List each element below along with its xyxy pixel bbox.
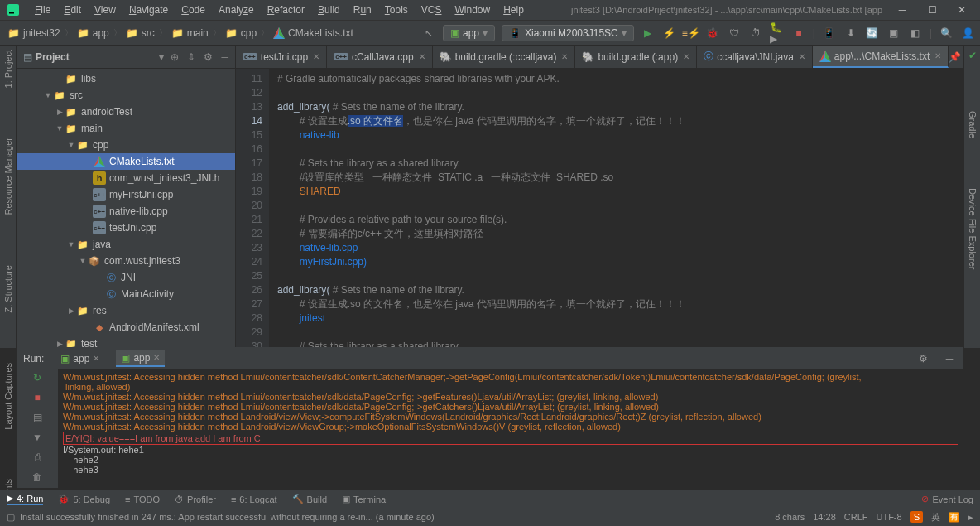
tree-item[interactable]: 📁libs (17, 70, 235, 87)
tree-item[interactable]: ⓒMainActivity (17, 286, 235, 302)
user-icon[interactable]: 👤 (960, 26, 975, 41)
status-icon[interactable]: ▢ (7, 512, 15, 523)
filter-icon[interactable]: ▼ (30, 432, 45, 443)
editor-tab[interactable]: c++testJni.cpp✕ (236, 46, 327, 68)
menu-help[interactable]: Help (497, 4, 531, 16)
project-tree[interactable]: 📁libs▼📁src▶📁androidTest▼📁main▼📁cppCMakeL… (17, 69, 235, 348)
editor-tab[interactable]: 🐘build.gradle (:app)✕ (575, 46, 697, 68)
tree-item[interactable]: ▼📁main (17, 120, 235, 137)
close-tab-icon[interactable]: ✕ (934, 51, 941, 60)
close-tab-icon[interactable]: ✕ (313, 52, 319, 61)
tw-terminal[interactable]: ▣ Terminal (342, 494, 388, 504)
editor-tab[interactable]: app\...\CMakeLists.txt✕ (813, 46, 949, 68)
close-tab-icon[interactable]: ✕ (799, 52, 805, 61)
run-icon[interactable]: ▶ (641, 26, 656, 41)
build-status-icon[interactable]: ✔ (968, 50, 977, 61)
apply-code-icon[interactable]: ≡⚡ (684, 26, 699, 41)
left-tab-project[interactable]: 1: Project (3, 50, 13, 88)
run-hide-icon[interactable]: ─ (942, 351, 957, 366)
hide-icon[interactable]: ─ (221, 51, 228, 63)
attach-debugger-icon[interactable]: 🐛▶ (770, 26, 785, 41)
back-icon[interactable]: ↖ (421, 26, 436, 41)
export-icon[interactable]: ⎙ (30, 451, 45, 463)
ime-lang[interactable]: 英 (931, 511, 940, 524)
menu-edit[interactable]: Edit (57, 4, 88, 16)
close-button[interactable]: ✕ (950, 4, 973, 16)
crumb-2[interactable]: 📁src (123, 27, 157, 39)
menu-code[interactable]: Code (175, 4, 212, 16)
tree-item[interactable]: hcom_wust_jnitest3_JNI.h (17, 170, 235, 186)
select-opened-icon[interactable]: ⊕ (171, 51, 179, 63)
ime-more[interactable]: ▸ (968, 512, 973, 523)
run-tab-0[interactable]: ▣app✕ (55, 351, 104, 366)
tree-item[interactable]: ⓒJNI (17, 269, 235, 286)
code[interactable]: # Gradle automatically packages shared l… (269, 69, 963, 348)
tree-item[interactable]: ▼📁cpp (17, 137, 235, 153)
editor-tab[interactable]: 🐘build.gradle (:ccalljava)✕ (433, 46, 576, 68)
stop-icon[interactable]: ■ (791, 26, 806, 41)
tree-item[interactable]: c++testJni.cpp (17, 220, 235, 236)
tree-item[interactable]: ◆AndroidManifest.xml (17, 319, 235, 335)
rerun-icon[interactable]: ↻ (30, 372, 45, 384)
settings-gear-icon[interactable]: ⚙ (204, 51, 213, 63)
tree-item[interactable]: c++native-lib.cpp (17, 203, 235, 220)
editor-tab[interactable]: ⓒccalljava\JNI.java✕ (697, 46, 813, 68)
menu-file[interactable]: File (28, 4, 57, 16)
run-settings-icon[interactable]: ⚙ (915, 351, 930, 366)
close-tab-icon[interactable]: ✕ (419, 52, 425, 61)
debug-icon[interactable]: 🐞 (705, 26, 720, 41)
right-tab-gradle[interactable]: Gradle (968, 111, 978, 138)
ime-punct[interactable]: 🈶 (949, 512, 960, 523)
tw-profiler[interactable]: ⏱ Profiler (175, 495, 216, 504)
maximize-button[interactable]: ☐ (920, 4, 944, 16)
resource-manager-icon[interactable]: ◧ (908, 26, 923, 41)
avd-manager-icon[interactable]: 📱 (822, 26, 837, 41)
menu-refactor[interactable]: Refactor (261, 4, 311, 16)
tree-item[interactable]: ▼📁java (17, 236, 235, 253)
tree-item[interactable]: ▼📁src (17, 87, 235, 104)
status-eol[interactable]: CRLF (844, 512, 868, 522)
run-tab-1[interactable]: ▣app✕ (116, 350, 165, 367)
menu-window[interactable]: Window (448, 4, 497, 16)
status-encoding[interactable]: UTF-8 (876, 512, 901, 522)
coverage-icon[interactable]: 🛡 (727, 26, 742, 41)
right-tab-device-explorer[interactable]: Device File Explorer (968, 188, 978, 269)
menu-navigate[interactable]: Navigate (122, 4, 175, 16)
crumb-1[interactable]: 📁app (74, 27, 112, 39)
pin-tab-icon[interactable]: 📌 (949, 51, 961, 63)
tw-logcat[interactable]: ≡ 6: Logcat (231, 495, 277, 504)
crumb-5[interactable]: CMakeLists.txt (271, 27, 356, 39)
search-icon[interactable]: 🔍 (939, 26, 954, 41)
left-tab-resource[interactable]: Resource Manager (3, 138, 13, 215)
menu-vcs[interactable]: VCS (415, 4, 449, 16)
menu-run[interactable]: Run (347, 4, 378, 16)
editor-tab[interactable]: c++cCallJava.cpp✕ (327, 46, 433, 68)
device-dropdown[interactable]: 📱Xiaomi M2003J15SC▾ (502, 25, 634, 41)
close-tab-icon[interactable]: ✕ (683, 52, 689, 61)
menu-analyze[interactable]: Analyze (212, 4, 261, 16)
sdk-manager-icon[interactable]: ⬇ (843, 26, 858, 41)
console-output[interactable]: W/m.wust.jnitest: Accessing hidden metho… (58, 369, 963, 488)
minimize-button[interactable]: ─ (891, 4, 914, 16)
tree-item[interactable]: ▶📁androidTest (17, 104, 235, 120)
left-tab-layout[interactable]: Layout Captures (3, 363, 13, 430)
crumb-4[interactable]: 📁cpp (223, 27, 259, 39)
stop-run-icon[interactable]: ■ (30, 392, 45, 403)
run-config-dropdown[interactable]: ▣app▾ (443, 25, 495, 41)
expand-all-icon[interactable]: ⇕ (187, 51, 195, 63)
tw-build[interactable]: 🔨 Build (292, 494, 327, 504)
profile-icon[interactable]: ⏱ (748, 26, 763, 41)
crumb-3[interactable]: 📁main (169, 27, 211, 39)
tree-item[interactable]: CMakeLists.txt (17, 153, 235, 170)
sync-icon[interactable]: 🔄 (865, 26, 880, 41)
crumb-0[interactable]: 📁jnitest32 (5, 27, 63, 39)
editor[interactable]: 1112131415161718192021222324252627282930… (236, 69, 963, 348)
tw-todo[interactable]: ≡ TODO (125, 495, 160, 504)
tw-run[interactable]: ▶ 4: Run (7, 493, 43, 505)
layout-inspector-icon[interactable]: ▣ (886, 26, 901, 41)
project-view-icon[interactable]: ▤ (23, 51, 32, 63)
tw-debug[interactable]: 🐞 5: Debug (58, 494, 110, 504)
ime-badge[interactable]: S (910, 511, 923, 523)
close-tab-icon[interactable]: ✕ (561, 52, 568, 61)
menu-build[interactable]: Build (311, 4, 347, 16)
